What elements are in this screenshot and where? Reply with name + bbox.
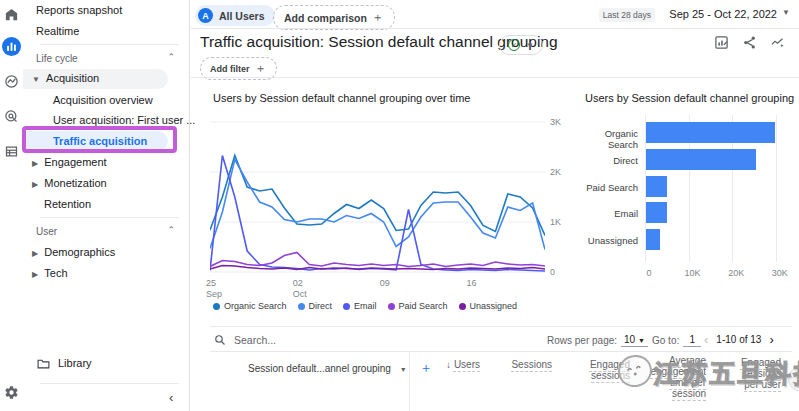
line-chart-title: Users by Session default channel groupin… (213, 92, 470, 104)
sidebar-item-acquisition-overview[interactable]: Acquisition overview (53, 94, 153, 106)
bar-category-label: Organic Search (578, 128, 638, 150)
chevron-down-icon[interactable]: ▼ (782, 8, 790, 17)
divider (40, 217, 179, 218)
next-page-icon[interactable]: › (765, 332, 777, 347)
collapse-sidebar-icon[interactable]: ‹ (169, 390, 173, 405)
sort-desc-icon: ↓ (446, 359, 451, 370)
divider (191, 28, 799, 29)
column-header-engaged-sessions[interactable]: Engaged sessions (578, 359, 630, 381)
divider (210, 351, 792, 352)
date-range-picker[interactable]: Sep 25 - Oct 22, 2022 (669, 8, 777, 20)
legend-dot-icon (388, 303, 395, 310)
y-tick-label: 1K (550, 217, 561, 227)
search-icon (214, 334, 226, 346)
column-header-engaged-sessions-per-user[interactable]: Engaged sessions per user (726, 357, 781, 390)
insights-icon[interactable] (770, 35, 785, 54)
collapsed-caret-icon: ▶ (32, 270, 38, 279)
chevron-down-icon: ▼ (526, 41, 534, 50)
previous-page-icon[interactable]: ‹ (700, 332, 712, 347)
pagination: ‹ 1-10 of 13 › (700, 332, 778, 347)
configure-icon[interactable] (3, 143, 20, 160)
legend-dot-icon (298, 303, 305, 310)
collapsed-caret-icon: ▶ (32, 159, 38, 168)
bar-email (646, 202, 667, 223)
x-tick-label: 02Oct (293, 278, 307, 300)
advertising-icon[interactable] (3, 108, 20, 125)
divider (40, 44, 179, 45)
legend-item: Organic Search (213, 301, 287, 311)
segment-avatar: A (198, 8, 213, 23)
customize-report-icon[interactable] (714, 35, 729, 54)
sidebar-item-realtime[interactable]: Realtime (36, 25, 79, 37)
x-tick-label: 20K (724, 268, 748, 278)
expanded-caret-icon: ▼ (32, 75, 40, 84)
divider (210, 326, 792, 327)
x-tick-label: 09 (380, 278, 390, 289)
column-header-dimension[interactable]: Session default...annel grouping ▼ ＋ (248, 359, 432, 377)
share-icon[interactable] (742, 35, 757, 54)
sidebar-item-retention[interactable]: Retention (44, 198, 91, 210)
legend-item: Unassigned (459, 301, 518, 311)
sidebar-nav: Reports snapshot Realtime Life cycle ⌃ ▼… (23, 0, 190, 411)
sidebar-item-monetization[interactable]: ▶ Monetization (32, 177, 107, 189)
home-icon[interactable] (3, 6, 20, 23)
rows-per-page-control: Rows per page: 10 ▼ (547, 334, 648, 347)
ga4-traffic-acquisition-page: Reports snapshot Realtime Life cycle ⌃ ▼… (0, 0, 799, 411)
left-icon-rail (0, 0, 23, 411)
check-circle-icon: ✓ (508, 39, 520, 51)
sidebar-item-user-acquisition[interactable]: User acquisition: First user ... (53, 114, 195, 126)
segment-chip-label: All Users (219, 10, 265, 22)
sidebar-section-life-cycle: Life cycle (36, 53, 78, 64)
x-tick-label: 0 (637, 268, 661, 278)
page-range-label: 1-10 of 13 (716, 334, 761, 345)
go-to-input[interactable]: 1 (683, 334, 701, 347)
plus-icon: ＋ (372, 9, 384, 26)
sidebar-item-acquisition[interactable]: ▼ Acquisition (32, 72, 99, 84)
sidebar-item-demographics[interactable]: ▶ Demographics (32, 246, 115, 258)
column-header-sessions[interactable]: Sessions (500, 359, 552, 370)
gridline (776, 115, 777, 262)
sidebar-item-reports-snapshot[interactable]: Reports snapshot (36, 4, 122, 16)
line-series-organic-search (210, 156, 545, 236)
collapse-section-icon[interactable]: ⌃ (167, 225, 175, 235)
admin-gear-icon[interactable] (3, 384, 20, 401)
table-search[interactable]: Search... (214, 334, 276, 346)
legend-dot-icon (459, 303, 466, 310)
x-tick-label: 30K (768, 268, 792, 278)
rows-per-page-select[interactable]: 10 ▼ (621, 334, 648, 347)
bar-paid-search (646, 176, 667, 197)
annotation-highlight-box (22, 126, 177, 153)
explore-icon[interactable] (3, 73, 20, 90)
reports-icon[interactable] (2, 37, 21, 56)
bar-category-label: Direct (578, 155, 638, 166)
collapse-section-icon[interactable]: ⌃ (167, 52, 175, 62)
bar-unassigned (646, 229, 660, 250)
sidebar-item-tech[interactable]: ▶ Tech (32, 267, 68, 279)
divider (191, 77, 799, 78)
column-header-avg-engagement-time[interactable]: Average engagement time per session (642, 355, 706, 399)
y-tick-label: 0 (550, 267, 555, 277)
sidebar-item-engagement[interactable]: ▶ Engagement (32, 156, 107, 168)
sidebar-section-user: User (36, 226, 57, 237)
line-series-email (210, 156, 545, 272)
bar-category-label: Paid Search (578, 182, 638, 193)
plus-icon: ＋ (255, 60, 267, 77)
legend-item: Direct (298, 301, 333, 311)
add-comparison-button[interactable]: Add comparison＋ (273, 5, 395, 30)
folder-icon (37, 358, 50, 369)
bar-organic-search (646, 122, 775, 143)
search-placeholder: Search... (234, 334, 276, 346)
x-tick-label: 10K (681, 268, 705, 278)
collapsed-caret-icon: ▶ (32, 249, 38, 258)
report-status-pill[interactable]: ✓ ▼ (499, 35, 543, 55)
date-preset-badge: Last 28 days (599, 8, 655, 22)
go-to-control: Go to: 1 (652, 334, 701, 347)
sidebar-item-library[interactable]: Library (37, 357, 92, 369)
chevron-down-icon: ▼ (638, 337, 645, 344)
chevron-down-icon[interactable]: ▼ (400, 366, 407, 373)
column-header-users[interactable]: ↓ Users (430, 359, 480, 370)
bar-category-label: Unassigned (578, 235, 638, 246)
y-tick-label: 3K (550, 117, 561, 127)
segment-chip-all-users[interactable]: A All Users (195, 5, 275, 26)
line-chart-legend: Organic SearchDirectEmailPaid SearchUnas… (213, 301, 517, 311)
